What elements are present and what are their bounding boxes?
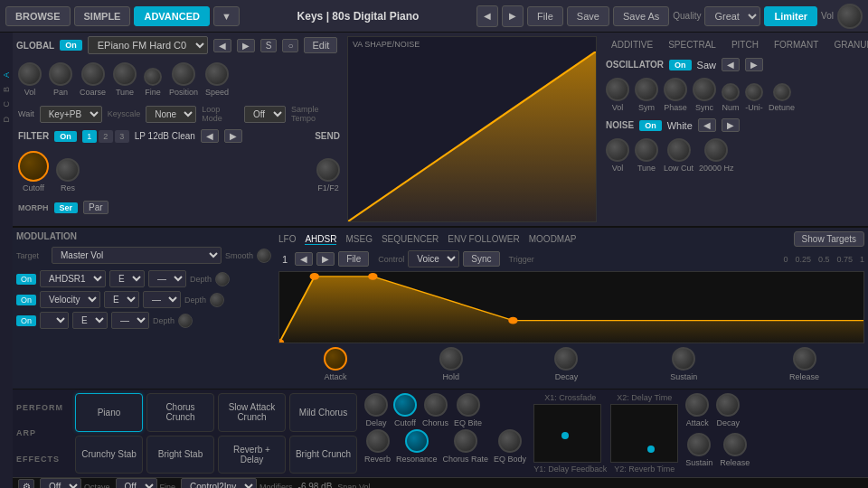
tab-ahdsr[interactable]: AHDSR: [305, 234, 336, 245]
cutoff-knob[interactable]: [18, 151, 49, 182]
mod-e-1[interactable]: —: [148, 270, 186, 287]
perform-btn-reverb-delay[interactable]: Reverb + Delay: [218, 436, 286, 474]
sustain-knob[interactable]: [672, 347, 695, 371]
next-preset-button[interactable]: ▶: [502, 5, 524, 27]
smooth-knob[interactable]: [257, 249, 271, 263]
info-button[interactable]: ○: [282, 39, 298, 52]
perform-btn-bright-crunch[interactable]: Bright Crunch: [289, 436, 357, 474]
perform-btn-piano[interactable]: Piano: [75, 393, 143, 432]
mod-e-2[interactable]: —: [143, 291, 181, 308]
cutoff-fx-knob[interactable]: [393, 393, 417, 417]
depth-knob-1[interactable]: [215, 272, 230, 286]
tab-spectral[interactable]: SPECTRAL: [661, 38, 723, 52]
mod-name-2[interactable]: Velocity: [40, 291, 100, 308]
decay-knob[interactable]: [554, 347, 578, 371]
mod-on-3[interactable]: On: [16, 315, 36, 326]
delay-knob[interactable]: [364, 393, 388, 417]
hold-knob[interactable]: [439, 347, 463, 371]
osc-sync-knob[interactable]: [693, 78, 716, 101]
dropdown-arrow[interactable]: ▼: [213, 6, 240, 26]
chorus-knob[interactable]: [424, 393, 448, 417]
depth-knob-2[interactable]: [210, 293, 224, 307]
sidebar-item-b[interactable]: B: [0, 83, 13, 96]
off-select[interactable]: Off: [244, 106, 286, 123]
tab-sequencer[interactable]: SEQUENCER: [382, 234, 439, 244]
show-targets-button[interactable]: Show Targets: [794, 231, 864, 247]
tune-knob[interactable]: [113, 62, 137, 86]
speed-knob[interactable]: [205, 62, 229, 86]
simple-button[interactable]: SIMPLE: [74, 6, 131, 26]
osc-detune-knob[interactable]: [773, 83, 791, 101]
epiano-select[interactable]: EPiano FM Hard C0: [88, 36, 208, 54]
ahdsr-point-decay[interactable]: [508, 317, 517, 324]
filter-nav-right[interactable]: ▶: [224, 129, 242, 143]
va-shape-canvas[interactable]: [348, 52, 596, 221]
mod-type-3[interactable]: E: [72, 312, 108, 329]
mod-type-1[interactable]: E: [109, 270, 145, 287]
tab-moodmap[interactable]: MOODMAP: [529, 234, 577, 244]
res-knob[interactable]: [56, 158, 80, 182]
ahdsr-nav-right[interactable]: ▶: [316, 252, 335, 266]
keypb-select[interactable]: Key+PB: [40, 106, 102, 123]
right-attack-knob[interactable]: [685, 393, 709, 417]
mod-on-2[interactable]: On: [16, 295, 36, 305]
position-knob[interactable]: [172, 62, 195, 86]
ahdsr-graph[interactable]: [278, 271, 864, 343]
filter-nav-left[interactable]: ◀: [201, 129, 219, 143]
none-select[interactable]: None: [146, 106, 196, 123]
f1f2-knob[interactable]: [316, 158, 340, 182]
tab-formant[interactable]: FORMANT: [767, 38, 826, 52]
noise-vol-knob[interactable]: [606, 138, 629, 162]
off-octave-select[interactable]: Off: [40, 478, 81, 488]
release-knob[interactable]: [793, 347, 816, 371]
oscillator-on-button[interactable]: On: [669, 60, 692, 70]
noise-lowcut-knob[interactable]: [667, 138, 691, 162]
advanced-button[interactable]: ADVANCED: [134, 6, 210, 26]
mod-name-1[interactable]: AHDSR1: [40, 270, 106, 287]
osc-sym-knob[interactable]: [635, 78, 658, 101]
mod-e-3[interactable]: —: [111, 312, 149, 329]
target-select[interactable]: Master Vol: [52, 247, 222, 264]
osc-num-knob[interactable]: [722, 83, 740, 101]
coarse-knob[interactable]: [81, 62, 105, 86]
gear-icon[interactable]: ⚙: [18, 479, 34, 489]
pan-knob[interactable]: [49, 62, 72, 86]
global-on-button[interactable]: On: [60, 40, 82, 51]
sync-button[interactable]: Sync: [463, 251, 499, 267]
xy-pad-2[interactable]: [610, 404, 678, 463]
right-release-knob[interactable]: [723, 433, 747, 456]
osc-vol-knob[interactable]: [606, 78, 629, 101]
filter-tab-2[interactable]: 2: [99, 130, 113, 143]
ser-button[interactable]: Ser: [54, 202, 79, 213]
perform-btn-chorus-crunch[interactable]: Chorus Crunch: [146, 393, 214, 432]
voice-select[interactable]: Voice: [408, 250, 459, 267]
sidebar-item-d[interactable]: D: [0, 113, 13, 127]
filter-tab-3[interactable]: 3: [115, 130, 129, 143]
tab-env-follower[interactable]: ENV FOLLOWER: [448, 234, 519, 244]
perform-btn-mild-chorus[interactable]: Mild Chorus: [289, 393, 357, 432]
sidebar-item-a[interactable]: A: [0, 69, 13, 81]
nav-right-button[interactable]: ▶: [237, 39, 255, 52]
chorus-rate-knob[interactable]: [454, 429, 477, 453]
perform-btn-slow-attack[interactable]: Slow Attack Crunch: [218, 393, 286, 432]
browse-button[interactable]: BROWSE: [5, 6, 71, 26]
osc-nav-left[interactable]: ◀: [722, 58, 740, 71]
noise-tune-knob[interactable]: [635, 138, 658, 162]
ahdsr-point-attack[interactable]: [310, 273, 319, 280]
osc-nav-right[interactable]: ▶: [745, 58, 763, 71]
right-sustain-knob[interactable]: [687, 433, 711, 456]
noise-on-button[interactable]: On: [639, 120, 662, 131]
off-fine-select[interactable]: Off: [116, 478, 157, 488]
perform-btn-crunchy-stab[interactable]: Crunchy Stab: [75, 436, 143, 474]
mod-name-3[interactable]: [40, 312, 69, 329]
xy-pad-1[interactable]: [533, 404, 601, 463]
right-decay-knob[interactable]: [716, 393, 740, 417]
perform-btn-bright-stab[interactable]: Bright Stab: [146, 436, 214, 474]
ahdsr-file-button[interactable]: File: [338, 251, 369, 267]
osc-phase-knob[interactable]: [664, 78, 687, 101]
tab-mseg[interactable]: MSEG: [345, 234, 372, 244]
osc-uni-knob[interactable]: [745, 83, 763, 101]
tab-granular[interactable]: GRANULAR: [826, 38, 868, 52]
sidebar-item-c[interactable]: C: [0, 98, 13, 111]
depth-knob-3[interactable]: [178, 314, 193, 328]
